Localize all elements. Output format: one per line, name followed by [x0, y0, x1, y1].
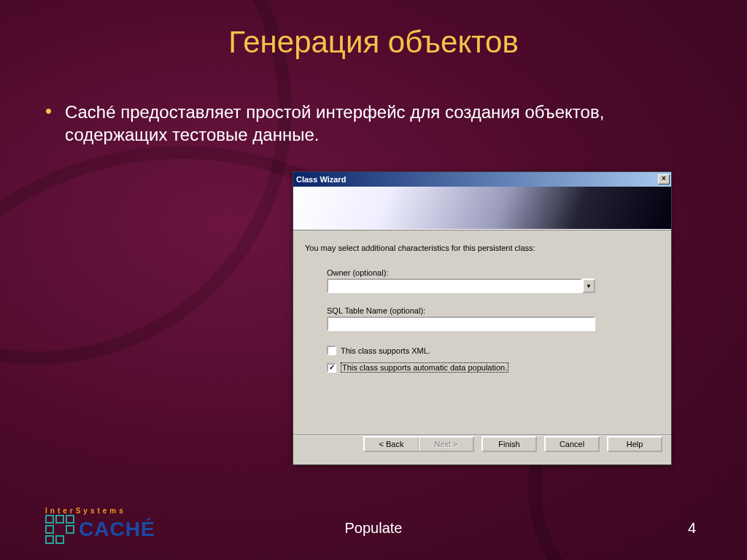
back-button[interactable]: < Back [363, 436, 419, 452]
wizard-body: You may select additional characteristic… [293, 230, 671, 373]
cancel-button[interactable]: Cancel [544, 436, 600, 452]
checkbox-xml[interactable] [327, 346, 336, 355]
checkbox-xml-row[interactable]: This class supports XML. [327, 346, 659, 355]
logo-company: InterSystems [45, 507, 155, 515]
next-button[interactable]: Next > [419, 436, 474, 452]
owner-label: Owner (optional): [327, 268, 659, 277]
chevron-down-icon[interactable]: ▼ [582, 279, 595, 293]
bullet-list: • Caché предоставляет простой интерфейс … [45, 101, 687, 146]
class-wizard-dialog: Class Wizard × You may select additional… [293, 171, 672, 465]
sql-table-label: SQL Table Name (optional): [327, 306, 659, 315]
wizard-titlebar[interactable]: Class Wizard × [293, 172, 671, 187]
sql-table-input[interactable] [327, 316, 595, 331]
finish-button[interactable]: Finish [481, 436, 537, 452]
owner-combobox[interactable]: ▼ [327, 279, 659, 293]
bullet-dot-icon: • [45, 101, 52, 122]
logo-product: CACHÉ [79, 518, 155, 541]
close-icon[interactable]: × [658, 174, 670, 184]
page-number: 4 [688, 520, 696, 537]
wizard-title: Class Wizard [296, 175, 346, 184]
wizard-button-row: < Back Next > Finish Cancel Help [293, 435, 671, 456]
logo: InterSystems CACHÉ [45, 507, 155, 544]
slide-title: Генерация объектов [0, 25, 747, 60]
checkbox-populate[interactable] [327, 363, 336, 373]
checkbox-populate-row[interactable]: This class supports automatic data popul… [327, 362, 659, 373]
checkbox-xml-label: This class supports XML. [341, 346, 430, 355]
wizard-instruction: You may select additional characteristic… [305, 244, 659, 252]
bullet-item: • Caché предоставляет простой интерфейс … [45, 101, 687, 146]
checkbox-populate-label: This class supports automatic data popul… [341, 362, 508, 373]
owner-input[interactable] [327, 279, 582, 293]
bullet-text: Caché предоставляет простой интерфейс дл… [65, 101, 687, 146]
wizard-banner [293, 187, 671, 230]
logo-mark-icon [45, 515, 74, 544]
help-button[interactable]: Help [607, 436, 662, 452]
